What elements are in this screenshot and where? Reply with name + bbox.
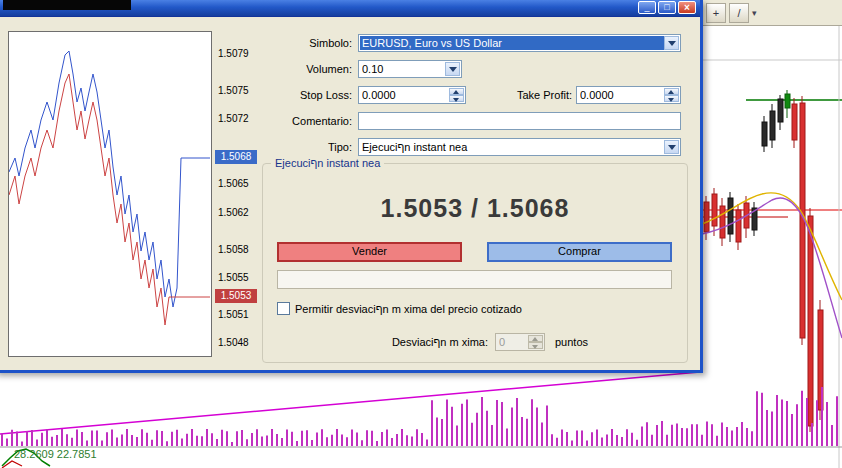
scale-label: 1.5062 <box>218 207 260 219</box>
candlesticks <box>704 90 823 432</box>
tick-chart-panel <box>8 31 212 357</box>
deviation-value: 0 <box>499 336 527 349</box>
dialog-titlebar[interactable]: _ □ × <box>0 0 700 17</box>
scale-label: 1.5055 <box>218 272 260 284</box>
ask-line <box>9 51 210 307</box>
indicator-values: 28.2609 22.7851 <box>14 448 97 460</box>
volume-label: Volumen: <box>232 63 352 76</box>
sell-button[interactable]: Vender <box>277 242 462 262</box>
scale-label: 1.5065 <box>218 178 260 190</box>
order-result-bar <box>277 270 672 289</box>
take-profit-value: 0.0000 <box>580 89 663 102</box>
stop-loss-label: Stop Loss: <box>232 89 352 102</box>
crosshair-tool-button[interactable]: + <box>706 3 726 23</box>
dialog-client-area: 1.5079 1.5075 1.5072 1.5068 1.5065 1.506… <box>0 17 700 371</box>
group-title: Ejecuciףn instant nea <box>271 157 384 169</box>
mt4-screen: 28.2609 22.7851 + / ▾ _ □ × <box>0 0 842 468</box>
trendline <box>0 372 700 434</box>
volume-value: 0.10 <box>362 63 444 76</box>
max-deviation-row: Permitir desviaciףn m xima del precio co… <box>277 302 522 315</box>
spin-up-icon[interactable] <box>664 88 679 95</box>
symbol-combobox[interactable]: EURUSD, Euro vs US Dollar <box>358 34 681 52</box>
spin-down-icon[interactable] <box>449 95 464 102</box>
stop-loss-value: 0.0000 <box>362 89 448 102</box>
line-tool-button[interactable]: / <box>729 3 749 23</box>
window-title-area <box>3 0 131 10</box>
spin-down-icon <box>528 342 543 349</box>
take-profit-label: Take Profit: <box>472 89 572 102</box>
order-type-value: Ejecuciףn instant nea <box>362 141 663 154</box>
deviation-label: Desviaciףn m xima: <box>323 336 488 349</box>
scale-label: 1.5048 <box>218 337 260 349</box>
bid-price-marker: 1.5053 <box>215 289 257 303</box>
symbol-label: Simbolo: <box>232 37 352 50</box>
max-deviation-checkbox-label: Permitir desviaciףn m xima del precio co… <box>295 303 522 315</box>
close-button[interactable]: × <box>678 1 696 14</box>
comment-input[interactable] <box>358 112 681 130</box>
scale-label: 1.5051 <box>218 309 260 321</box>
spin-up-icon <box>528 335 543 342</box>
window-controls: _ □ × <box>638 1 696 14</box>
line-tool-icon: / <box>737 7 740 19</box>
max-deviation-spinner: 0 <box>495 333 545 351</box>
deviation-unit-label: puntos <box>555 336 588 349</box>
maximize-button[interactable]: □ <box>658 1 676 14</box>
dropdown-arrow-icon[interactable]: ▾ <box>752 8 757 18</box>
max-deviation-checkbox[interactable] <box>277 302 290 315</box>
instant-execution-group: Ejecuciףn instant nea 1.5053 / 1.5068 Ve… <box>262 163 688 363</box>
take-profit-spinner[interactable]: 0.0000 <box>576 86 681 104</box>
stop-loss-spinner[interactable]: 0.0000 <box>358 86 466 104</box>
order-type-combobox[interactable]: Ejecuciףn instant nea <box>358 138 681 156</box>
minimize-button[interactable]: _ <box>638 1 656 14</box>
spin-up-icon[interactable] <box>449 88 464 95</box>
buy-button[interactable]: Comprar <box>487 242 672 262</box>
comment-label: Comentario: <box>232 115 352 128</box>
chevron-down-icon[interactable] <box>445 62 460 76</box>
crosshair-icon: + <box>713 7 719 19</box>
order-dialog: _ □ × 1.5079 1.5075 1.5072 1.5068 1.5065… <box>0 0 703 373</box>
chevron-down-icon[interactable] <box>664 36 679 50</box>
volume-combobox[interactable]: 0.10 <box>358 60 462 78</box>
chart-toolbar: + / ▾ <box>702 0 842 26</box>
bid-ask-quote: 1.5053 / 1.5068 <box>263 194 687 223</box>
tick-chart <box>9 32 211 356</box>
spin-down-icon[interactable] <box>664 95 679 102</box>
chevron-down-icon[interactable] <box>664 140 679 154</box>
volume-bars <box>2 387 837 446</box>
scale-label: 1.5058 <box>218 244 260 256</box>
symbol-value: EURUSD, Euro vs US Dollar <box>360 36 664 50</box>
type-label: Tipo: <box>232 141 352 154</box>
